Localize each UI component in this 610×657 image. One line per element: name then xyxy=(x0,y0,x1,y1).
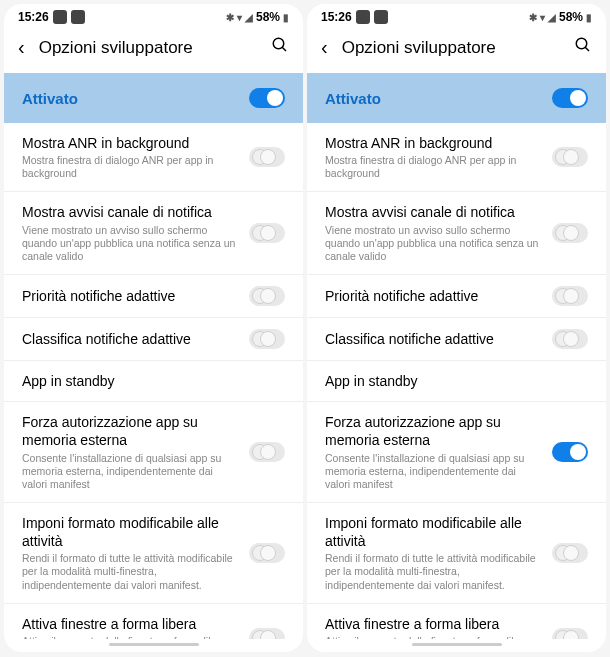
status-bar: 15:26 ✱ ▾ ◢ 58% ▮ xyxy=(307,4,606,26)
back-icon[interactable]: ‹ xyxy=(18,36,25,59)
setting-title: Mostra ANR in background xyxy=(325,134,540,152)
header: ‹ Opzioni sviluppatore xyxy=(307,26,606,73)
svg-line-3 xyxy=(585,47,589,51)
activated-toggle[interactable] xyxy=(552,88,588,108)
vibrate-icon: ✱ xyxy=(529,12,537,23)
toggle-force-external[interactable] xyxy=(249,442,285,462)
setting-force-external[interactable]: Forza autorizzazione app su memoria este… xyxy=(4,402,303,503)
setting-title: Forza autorizzazione app su memoria este… xyxy=(22,413,237,449)
setting-standby[interactable]: App in standby xyxy=(307,361,606,402)
status-app-icon-2 xyxy=(374,10,388,24)
settings-list[interactable]: Mostra ANR in background Mostra finestra… xyxy=(4,123,303,639)
setting-priority[interactable]: Priorità notifiche adattive xyxy=(307,275,606,318)
setting-desc: Attiva il supporto delle finestre a form… xyxy=(325,635,540,639)
setting-desc: Viene mostrato un avviso sullo schermo q… xyxy=(325,224,540,263)
toggle-force-external[interactable] xyxy=(552,442,588,462)
toggle-notif-channel[interactable] xyxy=(552,223,588,243)
status-app-icon-1 xyxy=(356,10,370,24)
wifi-icon: ▾ xyxy=(540,12,545,23)
setting-desc: Rendi il formato di tutte le attività mo… xyxy=(22,552,237,591)
battery-percent: 58% xyxy=(256,10,280,24)
toggle-priority[interactable] xyxy=(552,286,588,306)
setting-desc: Consente l'installazione di qualsiasi ap… xyxy=(325,452,540,491)
setting-classify[interactable]: Classifica notifiche adattive xyxy=(307,318,606,361)
setting-anr[interactable]: Mostra ANR in background Mostra finestra… xyxy=(4,123,303,192)
svg-point-2 xyxy=(576,38,587,49)
setting-title: Forza autorizzazione app su memoria este… xyxy=(325,413,540,449)
setting-desc: Mostra finestra di dialogo ANR per app i… xyxy=(325,154,540,180)
setting-resizable[interactable]: Imponi formato modificabile alle attivit… xyxy=(4,503,303,604)
setting-title: Mostra avvisi canale di notifica xyxy=(325,203,540,221)
setting-title: Priorità notifiche adattive xyxy=(22,287,237,305)
toggle-freeform[interactable] xyxy=(552,628,588,639)
toggle-priority[interactable] xyxy=(249,286,285,306)
header: ‹ Opzioni sviluppatore xyxy=(4,26,303,73)
setting-desc: Viene mostrato un avviso sullo schermo q… xyxy=(22,224,237,263)
page-title: Opzioni sviluppatore xyxy=(342,38,560,58)
svg-line-1 xyxy=(282,47,286,51)
setting-title: Classifica notifiche adattive xyxy=(22,330,237,348)
setting-desc: Attiva il supporto delle finestre a form… xyxy=(22,635,237,639)
toggle-resizable[interactable] xyxy=(552,543,588,563)
setting-title: Attiva finestre a forma libera xyxy=(22,615,237,633)
svg-point-0 xyxy=(273,38,284,49)
setting-desc: Consente l'installazione di qualsiasi ap… xyxy=(22,452,237,491)
setting-resizable[interactable]: Imponi formato modificabile alle attivit… xyxy=(307,503,606,604)
search-icon[interactable] xyxy=(574,36,592,59)
setting-standby[interactable]: App in standby xyxy=(4,361,303,402)
wifi-icon: ▾ xyxy=(237,12,242,23)
setting-notif-channel[interactable]: Mostra avvisi canale di notifica Viene m… xyxy=(307,192,606,275)
toggle-freeform[interactable] xyxy=(249,628,285,639)
toggle-anr[interactable] xyxy=(249,147,285,167)
setting-priority[interactable]: Priorità notifiche adattive xyxy=(4,275,303,318)
activated-label: Attivato xyxy=(325,90,381,107)
setting-freeform[interactable]: Attiva finestre a forma libera Attiva il… xyxy=(4,604,303,639)
setting-title: Attiva finestre a forma libera xyxy=(325,615,540,633)
page-title: Opzioni sviluppatore xyxy=(39,38,257,58)
setting-title: App in standby xyxy=(22,372,285,390)
vibrate-icon: ✱ xyxy=(226,12,234,23)
nav-indicator[interactable] xyxy=(109,643,199,646)
battery-icon: ▮ xyxy=(586,12,592,23)
setting-title: Classifica notifiche adattive xyxy=(325,330,540,348)
setting-title: App in standby xyxy=(325,372,588,390)
setting-title: Priorità notifiche adattive xyxy=(325,287,540,305)
status-time: 15:26 xyxy=(18,10,49,24)
nav-indicator[interactable] xyxy=(412,643,502,646)
search-icon[interactable] xyxy=(271,36,289,59)
toggle-notif-channel[interactable] xyxy=(249,223,285,243)
activated-bar: Attivato xyxy=(307,73,606,123)
setting-title: Mostra avvisi canale di notifica xyxy=(22,203,237,221)
toggle-anr[interactable] xyxy=(552,147,588,167)
status-app-icon-1 xyxy=(53,10,67,24)
battery-icon: ▮ xyxy=(283,12,289,23)
settings-list[interactable]: Mostra ANR in background Mostra finestra… xyxy=(307,123,606,639)
status-bar: 15:26 ✱ ▾ ◢ 58% ▮ xyxy=(4,4,303,26)
setting-title: Mostra ANR in background xyxy=(22,134,237,152)
setting-force-external[interactable]: Forza autorizzazione app su memoria este… xyxy=(307,402,606,503)
setting-desc: Mostra finestra di dialogo ANR per app i… xyxy=(22,154,237,180)
signal-icon: ◢ xyxy=(548,12,556,23)
toggle-classify[interactable] xyxy=(552,329,588,349)
setting-notif-channel[interactable]: Mostra avvisi canale di notifica Viene m… xyxy=(4,192,303,275)
setting-classify[interactable]: Classifica notifiche adattive xyxy=(4,318,303,361)
phone-screen-right: 15:26 ✱ ▾ ◢ 58% ▮ ‹ Opzioni sviluppatore… xyxy=(307,4,606,652)
activated-toggle[interactable] xyxy=(249,88,285,108)
status-app-icon-2 xyxy=(71,10,85,24)
activated-label: Attivato xyxy=(22,90,78,107)
toggle-resizable[interactable] xyxy=(249,543,285,563)
back-icon[interactable]: ‹ xyxy=(321,36,328,59)
phone-screen-left: 15:26 ✱ ▾ ◢ 58% ▮ ‹ Opzioni sviluppatore… xyxy=(4,4,303,652)
setting-desc: Rendi il formato di tutte le attività mo… xyxy=(325,552,540,591)
status-time: 15:26 xyxy=(321,10,352,24)
setting-title: Imponi formato modificabile alle attivit… xyxy=(325,514,540,550)
setting-freeform[interactable]: Attiva finestre a forma libera Attiva il… xyxy=(307,604,606,639)
toggle-classify[interactable] xyxy=(249,329,285,349)
setting-anr[interactable]: Mostra ANR in background Mostra finestra… xyxy=(307,123,606,192)
setting-title: Imponi formato modificabile alle attivit… xyxy=(22,514,237,550)
signal-icon: ◢ xyxy=(245,12,253,23)
battery-percent: 58% xyxy=(559,10,583,24)
activated-bar: Attivato xyxy=(4,73,303,123)
